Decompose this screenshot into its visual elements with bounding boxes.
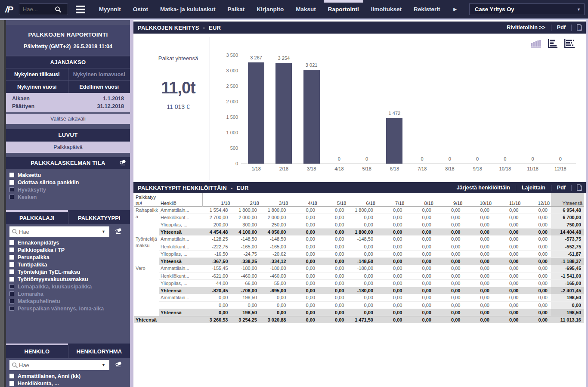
- period-button-2[interactable]: Nykyinen vuosi: [6, 81, 68, 93]
- palkkalaji-search-input[interactable]: [18, 229, 94, 235]
- nav-item-rekisterit[interactable]: Rekisterit: [408, 0, 446, 19]
- value-cell: 0,00: [435, 243, 464, 250]
- person-cell: [159, 301, 202, 309]
- app-logo[interactable]: /P: [0, 4, 19, 15]
- luvut-selected-option[interactable]: Palkkapäivä: [6, 142, 130, 153]
- henkilo-item[interactable]: Ammattilainen, Anni (kk): [9, 372, 128, 380]
- checkbox-icon[interactable]: [9, 255, 14, 260]
- nav-item-ostot[interactable]: Ostot: [127, 0, 154, 19]
- period-button-1[interactable]: Nykyinen lomavuosi: [68, 68, 130, 80]
- nav-item-more[interactable]: ►: [446, 0, 464, 19]
- henkilo-item[interactable]: Henkilökunta, ...: [9, 380, 128, 387]
- period-button-3[interactable]: Edellinen vuosi: [68, 81, 130, 93]
- nav-item-ilmoitukset[interactable]: Ilmoitukset: [365, 0, 408, 19]
- pdf-export-button[interactable]: Pdf: [551, 185, 571, 191]
- palkkalaji-item[interactable]: Peruspalkan vähennys, loma-aika: [9, 305, 128, 312]
- tab-henkilo-henkilö[interactable]: HENKILÖ: [6, 344, 68, 358]
- henkilo-search-input[interactable]: [18, 362, 94, 368]
- clear-filter-eraser-icon[interactable]: [119, 159, 127, 167]
- tila-label: Maksettu: [18, 172, 41, 178]
- value-cell: 0,00: [406, 279, 435, 287]
- period-button-0[interactable]: Nykyinen tilikausi: [6, 68, 68, 80]
- tab-henkilo-henkilöryhmä[interactable]: HENKILÖRYHMÄ: [68, 344, 130, 358]
- palkkalaji-item[interactable]: Lomapalkka, kuukausipalkka: [9, 283, 128, 290]
- table-row: Ylioppilas, ...-44,00-66,00-55,000,000,0…: [134, 279, 584, 287]
- checkbox-icon[interactable]: [9, 262, 14, 267]
- checkbox-icon[interactable]: [9, 269, 14, 274]
- table-row: Ylioppilas, ...-16,50-24,75-20,620,000,0…: [134, 250, 584, 257]
- nav-item-palkat[interactable]: Palkat: [221, 0, 251, 19]
- value-cell: 0,00: [406, 214, 435, 221]
- tila-item[interactable]: Kesken: [9, 193, 128, 201]
- checkbox-icon[interactable]: [9, 299, 14, 303]
- bar-value-label: 0: [547, 156, 574, 161]
- value-cell: 0,00: [377, 228, 406, 235]
- value-cell: 0,00: [319, 228, 348, 235]
- checkbox-icon[interactable]: [9, 284, 14, 289]
- palkkalaji-item[interactable]: Työttömyysvakuutusmaksu: [9, 276, 128, 283]
- nav-item-matka-ja-kululaskut[interactable]: Matka- ja kululaskut: [154, 0, 221, 19]
- checkbox-icon[interactable]: [9, 173, 14, 177]
- chevron-down-icon[interactable]: ▼: [102, 363, 105, 367]
- global-search-box[interactable]: [19, 3, 68, 15]
- person-cell: Ammattilain...: [159, 235, 202, 243]
- henkilo-label: Henkilökunta, ...: [18, 381, 59, 387]
- checkbox-icon[interactable]: [9, 277, 14, 282]
- subtotal-row: Yhteensä-820,45-706,00-695,000,000,00-18…: [134, 287, 584, 294]
- select-date-range-button[interactable]: Valitse aikaväli: [6, 114, 130, 124]
- checkbox-icon[interactable]: [9, 195, 14, 199]
- table-row: VeroAmmattilain...-155,45-180,00-180,000…: [134, 265, 584, 272]
- tab-laji-palkkalaji[interactable]: PALKKALAJI: [6, 210, 68, 224]
- checkbox-icon[interactable]: [9, 240, 14, 245]
- global-search-input[interactable]: [19, 6, 55, 12]
- palkkalaji-item[interactable]: Tuntipalkka: [9, 261, 128, 268]
- tab-laji-palkkatyyppi[interactable]: PALKKATYYPPI: [68, 210, 130, 224]
- search-icon[interactable]: [55, 6, 62, 13]
- checkbox-icon[interactable]: [9, 180, 14, 185]
- checkbox-icon[interactable]: [9, 374, 14, 378]
- by-type-button[interactable]: Lajeittain: [516, 185, 551, 191]
- checkbox-icon[interactable]: [9, 291, 14, 296]
- palkkalaji-search-box[interactable]: ▼: [9, 226, 109, 237]
- tila-item[interactable]: Hyväksytty: [9, 186, 128, 193]
- value-cell: 0,00: [348, 221, 377, 228]
- bar-1/18[interactable]: [248, 62, 264, 164]
- henkilo-search-box[interactable]: ▼: [9, 360, 109, 370]
- palkkalaji-item[interactable]: Peruspalkka: [9, 254, 128, 261]
- palkkalaji-item[interactable]: Työntekijän TyEL-maksu: [9, 268, 128, 276]
- tila-item[interactable]: Odottaa siirtoa pankkiin: [9, 179, 128, 186]
- company-select[interactable]: Case Yritys Oy ▼: [469, 3, 585, 15]
- palkkalaji-item[interactable]: Ennakonpidätys: [9, 239, 128, 246]
- checkbox-icon[interactable]: [9, 248, 14, 252]
- clear-filter-eraser-icon[interactable]: [115, 361, 122, 369]
- palkkalaji-item[interactable]: Palkkiopalkka / TP: [9, 246, 128, 254]
- sort-by-person-button[interactable]: Järjestä henkilöittäin: [451, 185, 516, 191]
- menu-icon[interactable]: [76, 6, 85, 13]
- palkkalaji-item[interactable]: Lomaraha: [9, 290, 128, 297]
- palkkalaji-item[interactable]: Matkapuhelinetu: [9, 297, 128, 305]
- nav-item-raportointi[interactable]: Raportointi: [322, 0, 365, 19]
- main-scrollbar[interactable]: [586, 20, 588, 387]
- value-cell: 0,00: [290, 294, 319, 301]
- value-cell: -460,00: [232, 272, 261, 279]
- excel-export-icon[interactable]: x: [572, 24, 586, 31]
- y-axis-tick-label: 2 500: [217, 83, 238, 89]
- excel-export-icon[interactable]: x: [572, 184, 586, 192]
- row-total-cell: -695,45: [551, 265, 584, 272]
- checkbox-icon[interactable]: [9, 306, 14, 311]
- bar-2/18[interactable]: [275, 63, 292, 164]
- nav-item-maksut[interactable]: Maksut: [290, 0, 322, 19]
- nav-item-kirjanpito[interactable]: Kirjanpito: [251, 0, 290, 19]
- palkkalaji-checkbox-list: EnnakonpidätysPalkkiopalkka / TPPeruspal…: [6, 237, 130, 312]
- clear-filter-eraser-icon[interactable]: [115, 228, 122, 236]
- bar-3/18[interactable]: [303, 70, 320, 164]
- tila-item[interactable]: Maksettu: [9, 171, 128, 179]
- pdf-export-button[interactable]: Pdf: [551, 25, 571, 31]
- bar-6/18[interactable]: [386, 118, 402, 164]
- checkbox-icon[interactable]: [9, 187, 14, 192]
- row-details-button[interactable]: Rivitietoihin >>: [501, 25, 551, 31]
- nav-item-myynnit[interactable]: Myynnit: [93, 0, 127, 19]
- sidebar-scrollbar[interactable]: [130, 20, 133, 387]
- chevron-down-icon[interactable]: ▼: [102, 229, 105, 234]
- checkbox-icon[interactable]: [9, 381, 14, 386]
